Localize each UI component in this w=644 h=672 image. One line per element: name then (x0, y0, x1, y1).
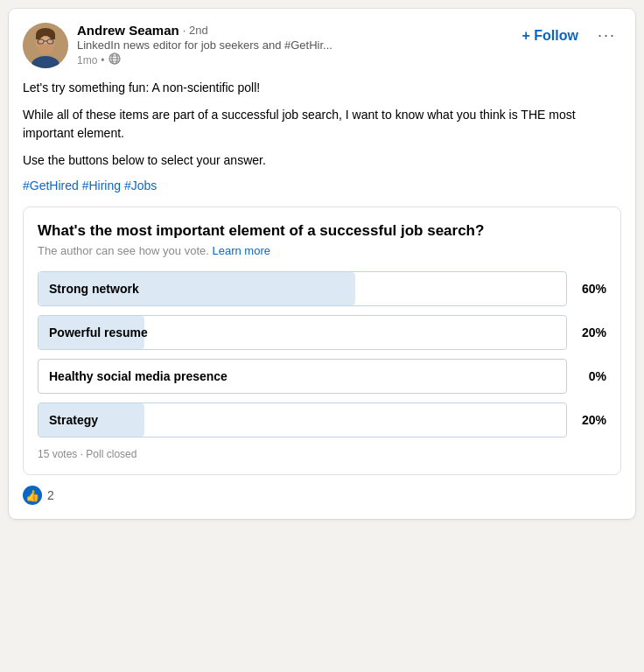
poll-bar-3: Strategy (38, 402, 567, 438)
post-line3: Use the buttons below to select your ans… (23, 151, 621, 170)
avatar-image (23, 23, 68, 68)
author-name-row: Andrew Seaman · 2nd (77, 23, 332, 38)
poll-option-label-2: Healthy social media presence (38, 369, 238, 383)
post-header: Andrew Seaman · 2nd LinkedIn news editor… (23, 23, 621, 68)
poll-footer: 15 votes · Poll closed (38, 448, 606, 460)
poll-option-1[interactable]: Powerful resume20% (38, 315, 606, 350)
post-time: 1mo (77, 54, 97, 66)
poll-option-3[interactable]: Strategy20% (38, 402, 606, 438)
poll-option-label-1: Powerful resume (38, 326, 158, 340)
post-line2: While all of these items are part of a s… (23, 106, 621, 143)
poll-percent-0: 60% (576, 282, 606, 296)
post-line1: Let's try something fun: A non-scientifi… (23, 79, 621, 97)
poll-bar-0: Strong network (38, 271, 567, 306)
poll-percent-1: 20% (576, 326, 606, 340)
poll-option-2[interactable]: Healthy social media presence0% (38, 359, 606, 394)
header-actions: + Follow ··· (515, 23, 621, 48)
learn-more-link[interactable]: Learn more (212, 244, 270, 257)
author-section: Andrew Seaman · 2nd LinkedIn news editor… (23, 23, 332, 68)
thumbs-up-emoji: 👍 (25, 489, 39, 502)
author-headline: LinkedIn news editor for job seekers and… (77, 38, 332, 52)
reactions-row: 👍 2 (23, 486, 621, 505)
author-meta: 1mo • (77, 52, 332, 67)
follow-button[interactable]: + Follow (515, 24, 585, 47)
poll-options: Strong network60%Powerful resume20%Healt… (38, 271, 606, 438)
poll-question: What's the most important element of a s… (38, 221, 606, 241)
poll-subtitle: The author can see how you vote. Learn m… (38, 244, 606, 257)
author-info: Andrew Seaman · 2nd LinkedIn news editor… (77, 23, 332, 67)
author-name[interactable]: Andrew Seaman (77, 23, 179, 38)
poll-container: What's the most important element of a s… (23, 206, 621, 475)
reaction-count: 2 (47, 488, 54, 502)
poll-option-label-0: Strong network (38, 282, 150, 296)
svg-point-6 (38, 44, 53, 54)
post-content: Let's try something fun: A non-scientifi… (23, 79, 621, 170)
poll-percent-3: 20% (576, 413, 606, 427)
avatar[interactable] (23, 23, 68, 68)
author-degree: · 2nd (183, 24, 208, 37)
poll-option-0[interactable]: Strong network60% (38, 271, 606, 306)
more-options-button[interactable]: ··· (592, 23, 621, 48)
like-reaction-icon[interactable]: 👍 (23, 486, 42, 505)
poll-bar-2: Healthy social media presence (38, 359, 567, 394)
dot-separator: • (101, 54, 104, 66)
poll-subtitle-text: The author can see how you vote. (38, 244, 209, 257)
post-card: Andrew Seaman · 2nd LinkedIn news editor… (9, 9, 635, 519)
hashtags[interactable]: #GetHired #Hiring #Jobs (23, 178, 621, 192)
poll-percent-2: 0% (576, 369, 606, 383)
poll-bar-1: Powerful resume (38, 315, 567, 350)
poll-option-label-3: Strategy (38, 413, 108, 427)
globe-icon (108, 52, 121, 67)
